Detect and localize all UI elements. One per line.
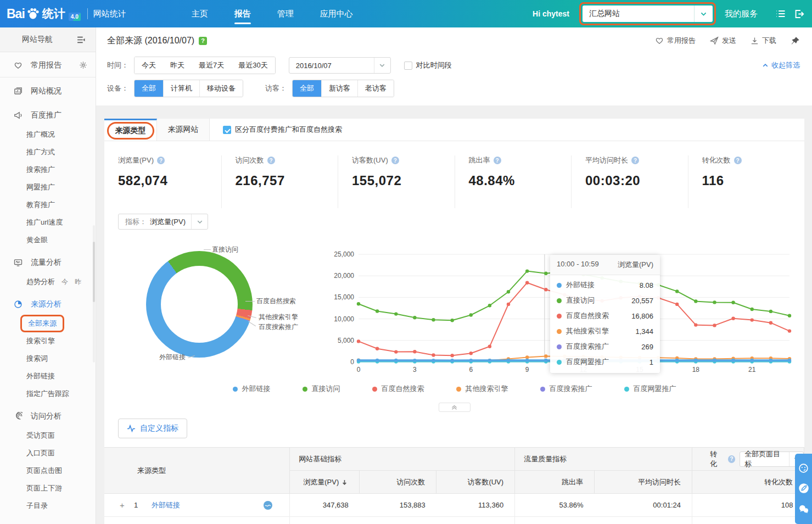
nav-report[interactable]: 报告 [221,0,264,27]
tab-source-site[interactable]: 来源网站 [157,119,210,141]
legend-dot [540,387,545,392]
sidebar-item-promotion-url-speed[interactable]: 推广url速度 [0,214,96,231]
nav-manage[interactable]: 管理 [264,0,307,27]
legend-item-其他搜索引擎[interactable]: 其他搜索引擎 [456,384,508,394]
sidebar-item-site-overview[interactable]: 网站概况 [0,81,96,102]
compare-period-checkbox[interactable]: 对比时间段 [404,60,452,70]
column-浏览量(PV)[interactable]: 浏览量(PV) [290,471,360,494]
visitor-option-新访客[interactable]: 新访客 [321,80,357,97]
sidebar-item-external-links[interactable]: 外部链接 [0,367,96,385]
nav-app-center[interactable]: 应用中心 [307,0,366,27]
help-icon[interactable]: ? [734,157,742,164]
metric-value: 48.84% [469,173,572,188]
nav-home[interactable]: 主页 [178,0,221,27]
help-icon[interactable]: ? [199,37,207,45]
help-icon[interactable]: ? [267,157,275,164]
sidebar-item-promotion-overview[interactable]: 推广概况 [0,126,96,143]
sidebar-item-ad-tracking[interactable]: 指定广告跟踪 [0,385,96,403]
help-icon[interactable]: ? [728,455,735,463]
help-icon[interactable]: ? [631,157,639,164]
baidu-tongji-logo[interactable]: Bai 统计 4.0 网站统计 [7,5,126,22]
sidebar-item-promotion-method[interactable]: 推广方式 [0,143,96,161]
sidebar-item-traffic-analysis[interactable]: 流量分析 [0,252,96,273]
conversion-target-select[interactable]: 全部页面目标 [740,451,804,467]
legend-item-百度搜索推广[interactable]: 百度搜索推广 [540,384,592,394]
help-icon[interactable]: ? [494,157,501,164]
sidebar-scrollbar[interactable] [93,225,95,363]
help-icon[interactable]: ? [157,157,165,164]
sidebar-item-conversion-analysis[interactable]: 转化分析 [0,518,96,524]
sidebar-item-golden-eye[interactable]: 黄金眼 [0,231,96,249]
metrics-row: 浏览量(PV)?582,074访问次数?216,757访客数(UV)?155,0… [104,141,804,208]
date-select[interactable]: 2016/10/07 [289,57,391,74]
metric-select[interactable]: 指标： 浏览量(PV) [118,214,208,230]
expand-icon[interactable]: + [120,500,127,510]
column-跳出率[interactable]: 跳出率 [515,471,595,494]
sidebar-item-search-engine[interactable]: 搜索引擎 [0,332,96,350]
metric-label-text: 访问次数 [236,155,264,165]
sidebar-item-baidu-promotion[interactable]: 百度推广 [0,105,96,126]
source-link[interactable]: 外部链接 [152,500,180,510]
sidebar-item-visit-analysis[interactable]: 访问分析 [0,406,96,427]
visitor-option-全部[interactable]: 全部 [293,80,321,97]
time-preset-最近30天[interactable]: 最近30天 [231,57,275,74]
action-favorite[interactable]: 常用报告 [655,36,696,46]
feedback-smiley-icon[interactable] [798,463,809,473]
site-selector[interactable]: 汇总网站 [583,5,713,22]
device-option-全部[interactable]: 全部 [135,80,163,97]
sidebar-item-entry-pages[interactable]: 入口页面 [0,444,96,462]
device-option-移动设备[interactable]: 移动设备 [199,80,243,97]
help-icon[interactable]: ? [391,157,399,164]
sidebar-item-education-promotion[interactable]: 教育推广 [0,196,96,214]
sidebar-item-page-updown[interactable]: 页面上下游 [0,480,96,497]
legend-item-外部链接[interactable]: 外部链接 [233,384,271,394]
my-services-link[interactable]: 我的服务 [725,9,758,19]
time-preset-昨天[interactable]: 昨天 [163,57,192,74]
legend-item-直接访问[interactable]: 直接访问 [303,384,340,394]
tooltip-row: 其他搜索引擎1,344 [550,324,660,339]
sidebar-item-favorite-reports[interactable]: 常用报告 [0,53,96,77]
sidebar-item-search-words[interactable]: 搜索词 [0,350,96,367]
time-preset-今天[interactable]: 今天 [135,57,163,74]
sidebar-item-label: 子目录 [26,501,48,511]
survey-pencil-icon[interactable] [798,483,809,494]
list-icon[interactable] [775,8,786,19]
collapse-chart-button[interactable] [439,403,471,412]
metric-平均访问时长: 平均访问时长?00:03:20 [571,155,688,208]
legend-item-百度网盟推广[interactable]: 百度网盟推广 [624,384,676,394]
tab-source-type[interactable]: 来源类型 [104,119,157,141]
sidebar-item-visited-pages[interactable]: 受访页面 [0,427,96,444]
source-cell: +1外部链接 [104,494,290,517]
visitor-option-老访客[interactable]: 老访客 [357,80,394,97]
sidebar-item-network-promotion[interactable]: 网盟推广 [0,179,96,196]
sidebar-item-page-click-map[interactable]: 页面点击图 [0,462,96,480]
quick-link-今[interactable]: 今 [61,277,68,287]
wechat-icon[interactable] [798,504,809,515]
sidebar-item-subdirectory[interactable]: 子目录 [0,497,96,515]
action-send[interactable]: 发送 [710,36,736,46]
sidebar-item-search-promotion[interactable]: 搜索推广 [0,161,96,179]
quick-link-昨[interactable]: 昨 [75,277,81,287]
logout-icon[interactable] [794,9,804,19]
heart-icon [13,61,23,70]
sidebar-item-all-sources[interactable]: 全部来源 [0,315,96,332]
action-download[interactable]: 下载 [751,36,776,46]
device-option-计算机[interactable]: 计算机 [163,80,199,97]
column-访问次数[interactable]: 访问次数 [360,471,436,494]
sidebar-item-label: 推广概况 [26,130,55,140]
distinguish-checkbox[interactable]: 区分百度付费推广和百度自然搜索 [223,125,342,135]
donut-chart[interactable] [146,251,253,358]
gear-icon[interactable] [78,61,88,69]
sidebar-item-source-analysis[interactable]: 来源分析 [0,294,96,315]
column-访客数(UV)[interactable]: 访客数(UV) [436,471,515,494]
sidebar-item-trend-analysis[interactable]: 趋势分析今昨 [0,273,96,291]
legend-item-百度自然搜索[interactable]: 百度自然搜索 [372,384,424,394]
custom-metric-button[interactable]: 自定义指标 [118,419,187,438]
column-平均访问时长[interactable]: 平均访问时长 [595,471,692,494]
baidu-tongji-app: Bai 统计 4.0 网站统计 主页报告管理应用中心 Hi chytest 汇总… [0,0,812,524]
pin-icon[interactable] [791,36,800,46]
collapse-sidebar-icon[interactable] [76,35,86,44]
column-转化次数[interactable]: 转化次数 [692,471,804,494]
time-preset-最近7天[interactable]: 最近7天 [192,57,231,74]
collapse-filters-link[interactable]: 收起筛选 [762,60,800,70]
